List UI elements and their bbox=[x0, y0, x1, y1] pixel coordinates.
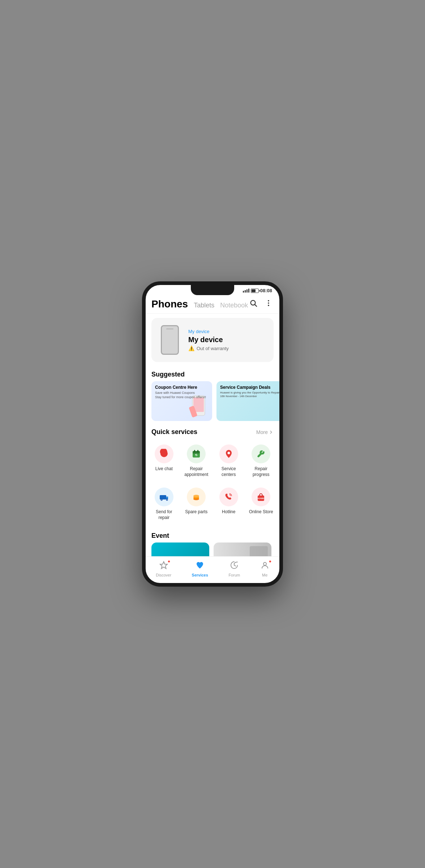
coupon-title: Coupon Centre Here bbox=[155, 385, 209, 390]
star-icon bbox=[159, 561, 168, 570]
online-store-label: Online Store bbox=[249, 509, 273, 515]
send-for-repair-label: Send for repair bbox=[150, 509, 178, 520]
service-repair-appointment[interactable]: Repair appointment bbox=[181, 440, 212, 482]
suggested-title: Suggested bbox=[146, 366, 279, 381]
svg-point-20 bbox=[227, 452, 230, 454]
spare-parts-icon-bg bbox=[187, 488, 206, 506]
svg-line-1 bbox=[255, 305, 257, 306]
phone-frame: 08:08 Phones Tablets Notebook bbox=[142, 281, 283, 587]
campaign-card-text: Service Campaign Deals Huawei is giving … bbox=[216, 381, 279, 402]
event-title: Event bbox=[146, 528, 279, 542]
services-label: Services bbox=[192, 573, 208, 577]
hotline-label: Hotline bbox=[222, 509, 235, 515]
nav-me[interactable]: Me bbox=[256, 559, 274, 579]
warning-icon: ⚠️ bbox=[188, 345, 194, 351]
time-display: 08:08 bbox=[260, 288, 272, 293]
more-link[interactable]: More bbox=[256, 429, 274, 435]
svg-point-2 bbox=[268, 300, 269, 302]
svg-point-25 bbox=[167, 499, 167, 500]
nav-tabs: Phones Tablets Notebook bbox=[151, 298, 248, 310]
repair-appointment-label: Repair appointment bbox=[183, 466, 211, 477]
svg-rect-16 bbox=[193, 451, 200, 454]
service-centers-label: Service centers bbox=[215, 466, 243, 477]
discover-icon bbox=[159, 561, 168, 572]
battery-status: 08:08 bbox=[243, 288, 272, 293]
svg-point-23 bbox=[161, 499, 162, 500]
svg-rect-18 bbox=[197, 450, 198, 452]
wrench-icon bbox=[256, 449, 266, 459]
service-repair-progress[interactable]: Repair progress bbox=[246, 440, 277, 482]
forum-icon bbox=[230, 561, 239, 572]
me-label: Me bbox=[262, 573, 267, 577]
live-chat-icon-bg bbox=[155, 444, 173, 463]
signal-bars bbox=[243, 289, 249, 293]
coupon-subtitle: Save with Huawei CouponsStay tuned for m… bbox=[155, 391, 209, 399]
nav-discover[interactable]: Discover bbox=[151, 559, 176, 579]
campaign-title: Service Campaign Deals bbox=[220, 385, 279, 390]
device-info: My device My device ⚠️ Out of warranty bbox=[188, 329, 229, 351]
device-tag: My device bbox=[188, 329, 229, 334]
coupon-card[interactable]: Coupon Centre Here Save with Huawei Coup… bbox=[151, 381, 212, 421]
device-name: My device bbox=[188, 336, 229, 344]
service-hotline[interactable]: Hotline bbox=[213, 483, 244, 525]
quick-services-title: Quick services bbox=[151, 428, 197, 436]
truck-icon bbox=[159, 492, 169, 502]
notch bbox=[191, 285, 234, 295]
repair-appointment-icon-bg bbox=[187, 444, 206, 463]
discover-label: Discover bbox=[156, 573, 171, 577]
device-status: ⚠️ Out of warranty bbox=[188, 345, 229, 351]
svg-point-3 bbox=[268, 302, 269, 304]
device-image bbox=[157, 324, 183, 356]
service-send-for-repair[interactable]: Send for repair bbox=[149, 483, 180, 525]
suggested-cards: Coupon Centre Here Save with Huawei Coup… bbox=[146, 381, 279, 424]
search-icon bbox=[249, 299, 257, 307]
device-card[interactable]: My device My device ⚠️ Out of warranty bbox=[151, 318, 274, 362]
services-icon bbox=[196, 561, 204, 572]
phone-screen: 08:08 Phones Tablets Notebook bbox=[146, 285, 279, 583]
phone-illustration bbox=[161, 325, 179, 355]
repair-progress-icon-bg bbox=[252, 444, 270, 463]
chat-bubble-icon bbox=[159, 449, 169, 459]
search-button[interactable] bbox=[248, 298, 259, 310]
more-menu-button[interactable] bbox=[263, 298, 274, 310]
spare-parts-label: Spare parts bbox=[185, 509, 207, 515]
tab-notebook[interactable]: Notebook bbox=[220, 302, 248, 309]
services-grid: Live chat Repair appointment bbox=[146, 437, 279, 528]
svg-marker-32 bbox=[160, 562, 167, 569]
nav-services[interactable]: Services bbox=[188, 559, 212, 579]
nav-forum[interactable]: Forum bbox=[224, 559, 244, 579]
campaign-subtitle: Huawei is giving you the Opportunity to … bbox=[220, 391, 279, 399]
discover-badge bbox=[168, 560, 170, 563]
shopping-bag-icon: HUAWEI bbox=[256, 492, 266, 502]
svg-rect-17 bbox=[194, 450, 195, 452]
heart-icon bbox=[196, 561, 204, 570]
online-store-icon-bg: HUAWEI bbox=[252, 488, 270, 506]
coupon-card-text: Coupon Centre Here Save with Huawei Coup… bbox=[151, 381, 212, 403]
tab-phones[interactable]: Phones bbox=[151, 298, 188, 310]
person-icon bbox=[261, 561, 269, 570]
coins-icon bbox=[191, 492, 201, 502]
service-live-chat[interactable]: Live chat bbox=[149, 440, 180, 482]
forum-label: Forum bbox=[228, 573, 240, 577]
service-online-store[interactable]: HUAWEI Online Store bbox=[246, 483, 277, 525]
me-icon bbox=[261, 561, 269, 572]
header-actions bbox=[248, 298, 274, 310]
repair-progress-label: Repair progress bbox=[247, 466, 275, 477]
location-pin-icon bbox=[224, 449, 234, 459]
service-centers[interactable]: Service centers bbox=[213, 440, 244, 482]
service-spare-parts[interactable]: Spare parts bbox=[181, 483, 212, 525]
calendar-icon bbox=[191, 449, 201, 459]
campaign-card[interactable]: Service Campaign Deals Huawei is giving … bbox=[216, 381, 279, 421]
chevron-right-icon bbox=[269, 430, 274, 435]
svg-point-33 bbox=[263, 562, 266, 565]
header-nav: Phones Tablets Notebook bbox=[146, 295, 279, 314]
phone-call-icon bbox=[224, 492, 234, 502]
svg-point-4 bbox=[268, 305, 269, 306]
warranty-status: Out of warranty bbox=[197, 346, 229, 351]
service-centers-icon-bg bbox=[219, 444, 238, 463]
hotline-icon-bg bbox=[219, 488, 238, 506]
leaf-icon bbox=[230, 561, 239, 570]
send-repair-icon-bg bbox=[155, 488, 173, 506]
tab-tablets[interactable]: Tablets bbox=[194, 302, 214, 309]
live-chat-label: Live chat bbox=[155, 466, 173, 472]
